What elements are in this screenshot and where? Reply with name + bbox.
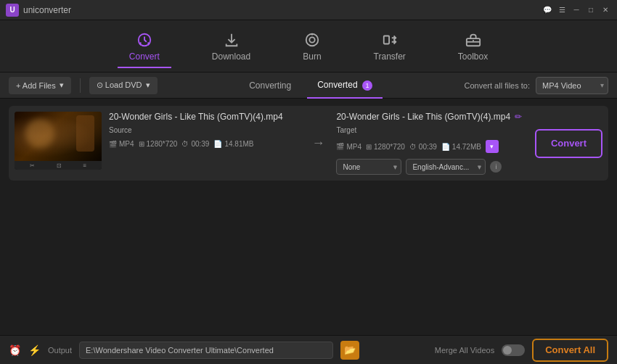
target-res-icon: ⊞ [366, 143, 372, 151]
nav-label-burn: Burn [303, 51, 321, 62]
add-files-button[interactable]: + Add Files ▾ [9, 77, 71, 94]
folder-open-button[interactable]: 📂 [340, 341, 359, 360]
svg-point-1 [306, 33, 319, 46]
target-format-icon: 🎬 [336, 143, 344, 150]
crop-icon[interactable]: ⊡ [57, 162, 62, 169]
source-size-value: 14.81MB [224, 140, 253, 148]
nav-item-download[interactable]: Download [200, 25, 262, 67]
load-dvd-dropdown-arrow: ▾ [146, 80, 150, 90]
output-path: E:\Wondershare Video Converter Ultimate\… [79, 342, 333, 359]
converted-badge: 1 [362, 80, 372, 91]
minimize-button[interactable]: ─ [571, 4, 582, 16]
toolbox-icon [465, 31, 482, 49]
edit-icon[interactable]: ✏ [515, 112, 522, 122]
convert-all-to-label: Convert all files to: [465, 81, 530, 90]
title-bar: U uniconverter 💬 ☰ ─ □ ✕ [0, 0, 617, 20]
target-meta-row: 🎬 MP4 ⊞ 1280*720 ⏱ 00:39 📄 14.72MB ▾ [336, 140, 527, 153]
target-size: 📄 14.72MB [441, 143, 481, 151]
target-duration: ⏱ 00:39 [409, 143, 437, 151]
source-format-value: MP4 [119, 140, 134, 148]
file-icon: 📄 [213, 140, 222, 148]
source-duration: ⏱ 00:39 [181, 140, 209, 148]
source-filename: 20-Wonder Girls - Like This (GomTV)(4).m… [109, 112, 300, 122]
svg-rect-4 [383, 36, 388, 44]
convert-btn-label: Convert [551, 138, 587, 149]
effects-icon[interactable]: ≡ [83, 162, 86, 169]
chat-button[interactable]: 💬 [542, 4, 553, 16]
window-controls: 💬 ☰ ─ □ ✕ [542, 4, 611, 16]
converted-tab-label: Converted [317, 80, 357, 90]
main-content: ✂ ⊡ ≡ 20-Wonder Girls - Like This (GomTV… [0, 99, 617, 335]
cut-icon[interactable]: ✂ [30, 162, 35, 169]
clock-bottom-icon[interactable]: ⏰ [9, 344, 21, 356]
svg-point-2 [309, 37, 314, 42]
file-thumbnail: ✂ ⊡ ≡ [15, 112, 102, 170]
audio-select[interactable]: English-Advanc... English [406, 159, 486, 175]
toolbar-separator [80, 78, 81, 93]
target-file-icon: 📄 [441, 143, 450, 151]
source-resolution-value: 1280*720 [147, 140, 178, 148]
target-filename: 20-Wonder Girls - Like This (GomTV)(4).m… [336, 112, 510, 122]
arrow-separator: → [307, 136, 329, 151]
nav-label-convert: Convert [129, 51, 160, 62]
nav-label-download: Download [212, 51, 250, 62]
thumbnail-image [15, 112, 102, 161]
nav-label-transfer: Transfer [374, 51, 406, 62]
target-clock-icon: ⏱ [409, 143, 417, 151]
source-size: 📄 14.81MB [213, 140, 253, 148]
merge-toggle[interactable] [502, 344, 525, 356]
subtitle-select[interactable]: None English [336, 159, 401, 175]
top-nav: Convert Download Burn [0, 20, 617, 73]
convert-all-to: Convert all files to: MP4 Video MKV Vide… [465, 77, 608, 94]
lightning-icon[interactable]: ⚡ [28, 344, 41, 356]
format-select[interactable]: MP4 Video MKV Video AVI Video MOV Video … [536, 77, 608, 94]
nav-item-burn[interactable]: Burn [291, 25, 332, 67]
convert-icon [136, 31, 153, 49]
convert-all-button[interactable]: Convert All [532, 339, 608, 362]
target-name-row: 20-Wonder Girls - Like This (GomTV)(4).m… [336, 112, 527, 122]
audio-select-wrapper: English-Advanc... English ▾ [406, 159, 486, 175]
merge-all-label: Merge All Videos [435, 346, 494, 355]
subtitle-row: None English ▾ English-Advanc... English… [336, 159, 527, 175]
close-button[interactable]: ✕ [600, 4, 611, 16]
tab-converting[interactable]: Converting [239, 73, 301, 99]
convert-all-label: Convert All [545, 344, 595, 355]
source-info: 20-Wonder Girls - Like This (GomTV)(4).m… [109, 112, 300, 148]
target-resolution-value: 1280*720 [374, 143, 405, 151]
nav-label-toolbox: Toolbox [458, 51, 488, 62]
clock-icon: ⏱ [181, 140, 189, 148]
tab-converted[interactable]: Converted 1 [307, 73, 383, 99]
source-duration-value: 00:39 [191, 140, 209, 148]
target-format-dropdown-button[interactable]: ▾ [486, 140, 499, 153]
source-format: 🎬 MP4 [109, 140, 134, 148]
format-select-wrapper: MP4 Video MKV Video AVI Video MOV Video … [536, 77, 608, 94]
output-path-value: E:\Wondershare Video Converter Ultimate\… [86, 346, 274, 355]
title-bar-left: U uniconverter [6, 4, 71, 17]
file-row: ✂ ⊡ ≡ 20-Wonder Girls - Like This (GomTV… [9, 106, 608, 181]
maximize-button[interactable]: □ [585, 4, 597, 16]
load-dvd-label: ⊙ Load DVD [97, 80, 142, 90]
target-duration-value: 00:39 [419, 143, 437, 151]
nav-item-transfer[interactable]: Transfer [362, 25, 417, 67]
add-files-dropdown-arrow: ▾ [60, 80, 64, 90]
target-label: Target [336, 126, 527, 134]
thumb-controls: ✂ ⊡ ≡ [15, 161, 102, 170]
target-resolution: ⊞ 1280*720 [366, 143, 405, 151]
app-logo: U [6, 4, 19, 17]
source-meta-row: 🎬 MP4 ⊞ 1280*720 ⏱ 00:39 📄 14.81MB [109, 140, 300, 148]
nav-item-toolbox[interactable]: Toolbox [446, 25, 499, 67]
transfer-icon [381, 31, 399, 49]
target-format-value: MP4 [346, 143, 361, 151]
output-label: Output [48, 346, 72, 355]
convert-button[interactable]: Convert [535, 129, 602, 158]
load-dvd-button[interactable]: ⊙ Load DVD ▾ [89, 77, 158, 94]
toolbar: + Add Files ▾ ⊙ Load DVD ▾ Converting Co… [0, 73, 617, 99]
converting-tab-label: Converting [249, 80, 291, 91]
menu-button[interactable]: ☰ [556, 4, 568, 16]
source-label: Source [109, 126, 300, 134]
format-icon: 🎬 [109, 141, 117, 148]
info-icon[interactable]: i [490, 161, 502, 173]
resolution-icon: ⊞ [139, 140, 144, 148]
nav-item-convert[interactable]: Convert [118, 25, 171, 67]
source-resolution: ⊞ 1280*720 [139, 140, 178, 148]
